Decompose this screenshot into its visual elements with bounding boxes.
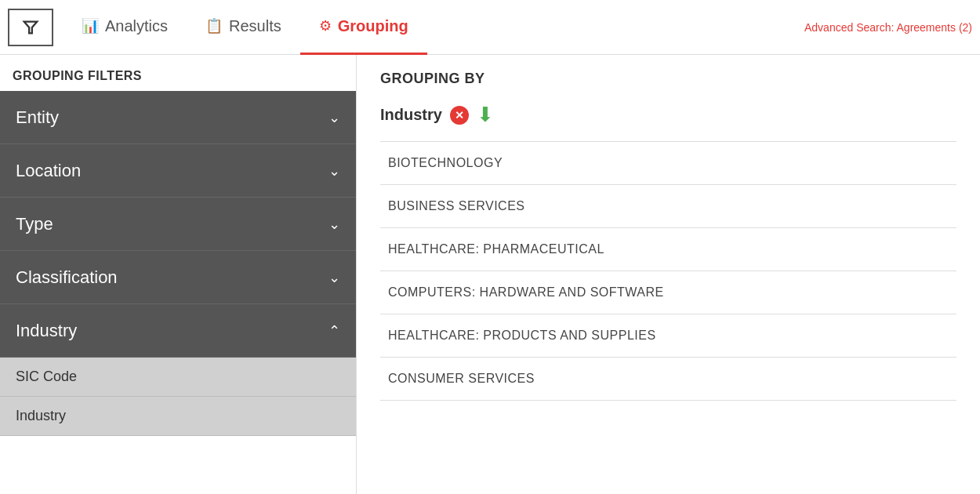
top-nav: 📊 Analytics 📋 Results ⚙ Grouping Advance…	[0, 0, 980, 55]
content-header: GROUPING BY	[380, 71, 956, 87]
advanced-search: Advanced Search: Agreements (2)	[804, 21, 972, 34]
sidebar: GROUPING FILTERS Entity ⌄ Location ⌄ Typ…	[0, 55, 357, 494]
grouping-list: BIOTECHNOLOGY BUSINESS SERVICES HEALTHCA…	[380, 141, 956, 401]
advanced-search-prefix: Advanced Search:	[804, 21, 897, 34]
main-layout: GROUPING FILTERS Entity ⌄ Location ⌄ Typ…	[0, 55, 980, 494]
list-item: BUSINESS SERVICES	[380, 185, 956, 228]
subitem-industry[interactable]: Industry	[0, 397, 356, 436]
filter-classification[interactable]: Classification ⌄	[0, 251, 356, 304]
filter-type-label: Type	[16, 214, 53, 234]
chevron-up-icon: ⌃	[328, 322, 340, 340]
grouping-icon: ⚙	[319, 17, 332, 35]
results-icon: 📋	[205, 17, 223, 35]
industry-subitems: SIC Code Industry	[0, 358, 356, 436]
chevron-down-icon: ⌄	[328, 162, 340, 180]
download-icon[interactable]: ⬇	[477, 103, 494, 127]
subitem-industry-label: Industry	[16, 408, 66, 423]
filter-button[interactable]	[8, 9, 53, 46]
tab-analytics[interactable]: 📊 Analytics	[63, 0, 187, 55]
filter-type[interactable]: Type ⌄	[0, 198, 356, 251]
filter-location[interactable]: Location ⌄	[0, 144, 356, 198]
list-item: BIOTECHNOLOGY	[380, 141, 956, 185]
subitem-sic-code[interactable]: SIC Code	[0, 358, 356, 397]
remove-grouping-button[interactable]: ✕	[450, 106, 469, 125]
filter-location-label: Location	[16, 161, 81, 181]
grouping-by-row: Industry ✕ ⬇	[380, 103, 956, 127]
tab-grouping-label: Grouping	[338, 17, 408, 35]
tab-results[interactable]: 📋 Results	[187, 0, 300, 55]
filter-industry[interactable]: Industry ⌃	[0, 304, 356, 358]
list-item: COMPUTERS: HARDWARE AND SOFTWARE	[380, 271, 956, 314]
filter-entity[interactable]: Entity ⌄	[0, 91, 356, 144]
tab-grouping[interactable]: ⚙ Grouping	[300, 0, 427, 55]
filter-industry-label: Industry	[16, 321, 77, 341]
active-grouping-label: Industry	[380, 106, 442, 124]
analytics-icon: 📊	[82, 17, 99, 35]
advanced-search-value: Agreements (2)	[897, 21, 972, 34]
chevron-down-icon: ⌄	[328, 109, 340, 126]
filter-classification-label: Classification	[16, 267, 118, 288]
sidebar-header: GROUPING FILTERS	[0, 55, 356, 91]
list-item: CONSUMER SERVICES	[380, 358, 956, 401]
tab-results-label: Results	[229, 17, 281, 35]
subitem-sic-code-label: SIC Code	[16, 369, 77, 384]
chevron-down-icon: ⌄	[328, 216, 340, 233]
filter-entity-label: Entity	[16, 107, 59, 128]
list-item: HEALTHCARE: PHARMACEUTICAL	[380, 228, 956, 271]
list-item: HEALTHCARE: PRODUCTS AND SUPPLIES	[380, 314, 956, 358]
content-area: GROUPING BY Industry ✕ ⬇ BIOTECHNOLOGY B…	[357, 55, 980, 494]
tab-analytics-label: Analytics	[105, 17, 168, 35]
chevron-down-icon: ⌄	[328, 269, 340, 286]
svg-marker-0	[24, 21, 38, 33]
